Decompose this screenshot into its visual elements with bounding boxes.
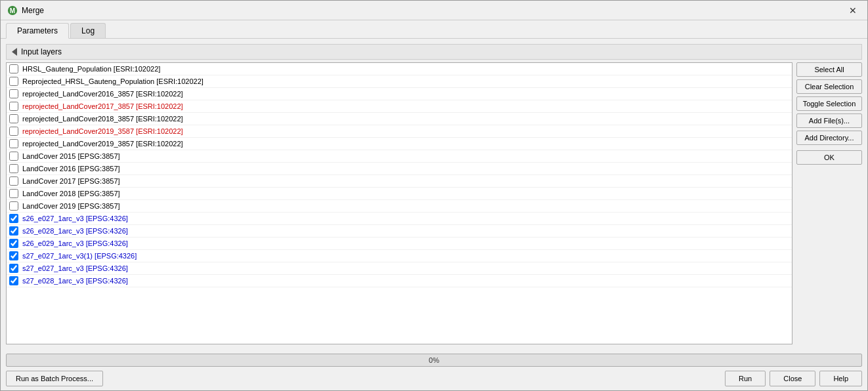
- add-files-button[interactable]: Add File(s)...: [796, 113, 862, 128]
- toggle-selection-button[interactable]: Toggle Selection: [796, 96, 862, 111]
- layer-checkbox[interactable]: [9, 64, 18, 73]
- layer-name: s26_e027_1arc_v3 [EPSG:4326]: [22, 215, 128, 222]
- close-button[interactable]: ✕: [845, 5, 861, 16]
- layer-name: reprojected_LandCover2019_3587 [ESRI:102…: [22, 127, 183, 135]
- layer-list[interactable]: HRSL_Gauteng_Population [ESRI:102022]Rep…: [6, 62, 792, 344]
- tab-log[interactable]: Log: [70, 23, 106, 38]
- select-all-button[interactable]: Select All: [796, 62, 862, 77]
- layer-name: HRSL_Gauteng_Population [ESRI:102022]: [22, 65, 160, 73]
- layer-item[interactable]: reprojected_LandCover2018_3857 [ESRI:102…: [7, 113, 792, 125]
- layer-item[interactable]: Reprojected_HRSL_Gauteng_Population [ESR…: [7, 75, 792, 88]
- section-header: Input layers: [6, 44, 862, 60]
- layer-item[interactable]: LandCover 2015 [EPSG:3857]: [7, 150, 792, 163]
- layer-item[interactable]: HRSL_Gauteng_Population [ESRI:102022]: [7, 63, 792, 75]
- layer-checkbox[interactable]: [9, 264, 18, 273]
- layer-item[interactable]: s27_e028_1arc_v3 [EPSG:4326]: [7, 275, 792, 287]
- section-label: Input layers: [21, 47, 62, 56]
- bottom-area: 0% Run as Batch Process... Run Close Hel…: [1, 350, 867, 390]
- layer-item[interactable]: s26_e029_1arc_v3 [EPSG:4326]: [7, 237, 792, 250]
- layer-checkbox[interactable]: [9, 176, 18, 186]
- layer-checkbox[interactable]: [9, 102, 18, 111]
- help-button[interactable]: Help: [819, 371, 862, 386]
- layer-checkbox[interactable]: [9, 214, 18, 223]
- layer-checkbox[interactable]: [9, 89, 18, 98]
- close-dialog-button[interactable]: Close: [770, 371, 815, 386]
- layer-item[interactable]: reprojected_LandCover2016_3857 [ESRI:102…: [7, 88, 792, 100]
- layer-item[interactable]: reprojected_LandCover2017_3857 [ESRI:102…: [7, 100, 792, 113]
- layer-item[interactable]: s26_e028_1arc_v3 [EPSG:4326]: [7, 225, 792, 237]
- layer-name: LandCover 2016 [EPSG:3857]: [22, 165, 120, 173]
- layer-name: reprojected_LandCover2016_3857 [ESRI:102…: [22, 90, 183, 98]
- clear-selection-button[interactable]: Clear Selection: [796, 79, 862, 94]
- layer-checkbox[interactable]: [9, 127, 18, 136]
- layer-name: s27_e027_1arc_v3(1) [EPSG:4326]: [22, 252, 137, 260]
- action-buttons: Run Close Help: [725, 371, 862, 386]
- layer-item[interactable]: LandCover 2018 [EPSG:3857]: [7, 188, 792, 200]
- layer-checkbox[interactable]: [9, 226, 18, 236]
- main-area: HRSL_Gauteng_Population [ESRI:102022]Rep…: [6, 62, 862, 344]
- layer-name: LandCover 2017 [EPSG:3857]: [22, 177, 120, 185]
- layer-name: s27_e028_1arc_v3 [EPSG:4326]: [22, 277, 128, 285]
- layer-name: s27_e027_1arc_v3 [EPSG:4326]: [22, 264, 128, 272]
- layer-name: s26_e028_1arc_v3 [EPSG:4326]: [22, 227, 128, 235]
- layer-checkbox[interactable]: [9, 189, 18, 198]
- layer-item[interactable]: s26_e027_1arc_v3 [EPSG:4326]: [7, 213, 792, 225]
- layer-name: reprojected_LandCover2019_3857 [ESRI:102…: [22, 140, 183, 148]
- layer-name: LandCover 2015 [EPSG:3857]: [22, 152, 120, 160]
- progress-bar: 0%: [6, 354, 862, 367]
- window-title: Merge: [22, 6, 44, 15]
- layer-checkbox[interactable]: [9, 139, 18, 148]
- layer-name: LandCover 2019 [EPSG:3857]: [22, 202, 120, 210]
- layer-name: reprojected_LandCover2017_3857 [ESRI:102…: [22, 102, 183, 110]
- layer-item[interactable]: s27_e027_1arc_v3 [EPSG:4326]: [7, 262, 792, 275]
- tab-bar: Parameters Log: [1, 20, 867, 39]
- merge-icon: M: [7, 5, 18, 16]
- layer-checkbox[interactable]: [9, 164, 18, 173]
- layer-name: Reprojected_HRSL_Gauteng_Population [ESR…: [22, 77, 204, 85]
- layer-item[interactable]: LandCover 2019 [EPSG:3857]: [7, 200, 792, 213]
- svg-text:M: M: [10, 7, 15, 14]
- layer-checkbox[interactable]: [9, 152, 18, 161]
- buttons-panel: Select All Clear Selection Toggle Select…: [796, 62, 862, 344]
- layer-checkbox[interactable]: [9, 201, 18, 211]
- content-area: Input layers HRSL_Gauteng_Population [ES…: [1, 39, 867, 350]
- layer-item[interactable]: LandCover 2017 [EPSG:3857]: [7, 175, 792, 188]
- layer-checkbox[interactable]: [9, 276, 18, 285]
- layer-item[interactable]: LandCover 2016 [EPSG:3857]: [7, 163, 792, 175]
- layer-name: reprojected_LandCover2018_3857 [ESRI:102…: [22, 115, 183, 123]
- layer-item[interactable]: reprojected_LandCover2019_3587 [ESRI:102…: [7, 125, 792, 138]
- layer-item[interactable]: reprojected_LandCover2019_3857 [ESRI:102…: [7, 138, 792, 150]
- layer-checkbox[interactable]: [9, 251, 18, 260]
- layer-checkbox[interactable]: [9, 239, 18, 248]
- bottom-buttons: Run as Batch Process... Run Close Help: [6, 371, 862, 386]
- add-directory-button[interactable]: Add Directory...: [796, 131, 862, 145]
- layer-item[interactable]: s27_e027_1arc_v3(1) [EPSG:4326]: [7, 250, 792, 262]
- merge-window: M Merge ✕ Parameters Log Input layers HR…: [0, 0, 868, 391]
- layer-name: s26_e029_1arc_v3 [EPSG:4326]: [22, 239, 128, 247]
- ok-button[interactable]: OK: [796, 150, 862, 165]
- layer-checkbox[interactable]: [9, 114, 18, 123]
- section-arrow-icon: [12, 48, 17, 56]
- run-button[interactable]: Run: [725, 371, 766, 386]
- layer-checkbox[interactable]: [9, 77, 18, 86]
- progress-label: 0%: [429, 356, 439, 364]
- tab-parameters[interactable]: Parameters: [6, 23, 69, 39]
- run-as-batch-button[interactable]: Run as Batch Process...: [6, 371, 103, 386]
- title-bar: M Merge ✕: [1, 1, 867, 20]
- layer-name: LandCover 2018 [EPSG:3857]: [22, 190, 120, 197]
